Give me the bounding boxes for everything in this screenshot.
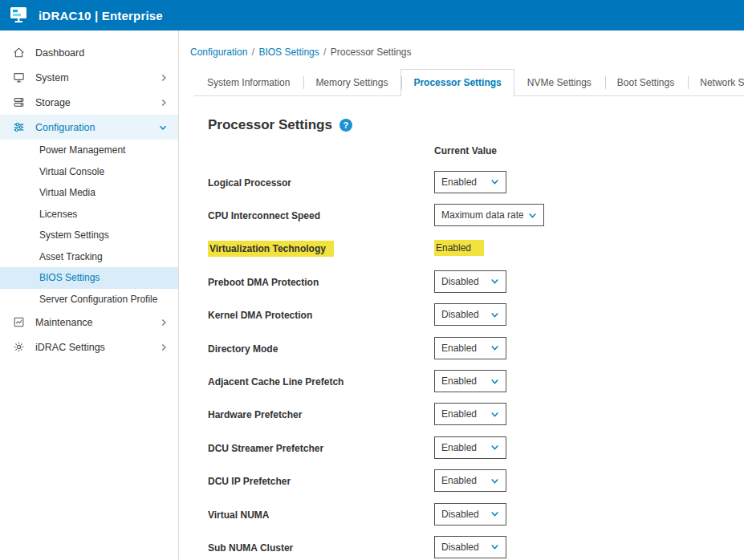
- tab-processor-settings[interactable]: Processor Settings: [400, 69, 514, 96]
- sidebar-subitem-virtual-console[interactable]: Virtual Console: [0, 161, 178, 183]
- chevron-down-icon: [490, 344, 499, 351]
- system-icon: [12, 71, 25, 83]
- sidebar-subitem-label: System Settings: [39, 229, 109, 241]
- setting-label: Sub NUMA Cluster: [208, 542, 293, 554]
- chevron-down-icon: [490, 178, 499, 185]
- configuration-icon: [12, 121, 25, 133]
- breadcrumb: Configuration / BIOS Settings / Processo…: [189, 45, 744, 69]
- selected-value: Enabled: [441, 375, 477, 387]
- idrac-app: iDRAC10 | Enterprise DashboardSystemStor…: [0, 0, 744, 560]
- sidebar-subitem-licenses[interactable]: Licenses: [0, 204, 178, 225]
- adjacent-cache-line-prefetch-select[interactable]: Enabled: [434, 370, 506, 392]
- page-title: Processor Settings: [208, 117, 332, 133]
- sidebar-item-label: Configuration: [35, 122, 95, 133]
- chevron-right-icon: [161, 343, 167, 351]
- setting-value-cell: Enabled: [434, 337, 506, 359]
- chevron-down-icon: [490, 543, 499, 550]
- breadcrumb-separator: /: [319, 47, 331, 58]
- setting-row-directory-mode: Directory ModeEnabled: [208, 331, 744, 364]
- maintenance-icon: [12, 316, 25, 328]
- selected-value: Enabled: [441, 343, 477, 354]
- directory-mode-select[interactable]: Enabled: [434, 337, 506, 359]
- sidebar-subitem-system-settings[interactable]: System Settings: [0, 225, 178, 246]
- table-header-row: Current Value: [208, 136, 744, 165]
- setting-label: Adjacent Cache Line Prefetch: [208, 376, 344, 388]
- virtual-numa-select[interactable]: Disabled: [434, 503, 506, 526]
- sidebar-item-idrac-settings[interactable]: iDRAC Settings: [0, 335, 178, 359]
- setting-value-cell: Enabled: [434, 436, 506, 459]
- tab-bar: System InformationMemory SettingsProcess…: [194, 69, 744, 96]
- sidebar-item-label: Storage: [35, 97, 71, 108]
- breadcrumb-item-bios-settings[interactable]: BIOS Settings: [258, 47, 319, 58]
- setting-label-cell: Kernel DMA Protection: [208, 307, 434, 322]
- chevron-down-icon: [490, 378, 499, 385]
- setting-label-cell: Logical Processor: [208, 175, 434, 189]
- breadcrumb-item-configuration[interactable]: Configuration: [190, 47, 247, 58]
- setting-value-cell: Disabled: [434, 503, 506, 526]
- sub-numa-cluster-select[interactable]: Disabled: [434, 536, 506, 558]
- preboot-dma-protection-select[interactable]: Disabled: [434, 270, 506, 293]
- breadcrumb-item-processor-settings: Processor Settings: [331, 47, 412, 58]
- tab-boot-settings[interactable]: Boot Settings: [604, 69, 687, 95]
- main-content: Configuration / BIOS Settings / Processo…: [179, 30, 744, 560]
- setting-label-cell: Sub NUMA Cluster: [208, 540, 434, 554]
- hardware-prefetcher-select[interactable]: Enabled: [434, 403, 506, 425]
- breadcrumb-separator: /: [247, 47, 258, 58]
- gear-icon: [12, 341, 25, 353]
- tab-memory-settings[interactable]: Memory Settings: [303, 69, 400, 95]
- sidebar-subitem-power-management[interactable]: Power Management: [0, 140, 178, 161]
- setting-row-adjacent-cache-line-prefetch: Adjacent Cache Line PrefetchEnabled: [208, 364, 744, 397]
- setting-value-cell: Enabled: [434, 469, 506, 492]
- setting-label-cell: CPU Interconnect Speed: [208, 208, 434, 222]
- page-layout: DashboardSystemStorageConfigurationPower…: [0, 30, 744, 560]
- dcu-streamer-prefetcher-select[interactable]: Enabled: [434, 436, 506, 459]
- sidebar-item-system[interactable]: System: [0, 65, 178, 90]
- setting-label: DCU Streamer Prefetcher: [208, 443, 323, 454]
- sidebar-subitem-bios-settings[interactable]: BIOS Settings: [0, 267, 178, 289]
- setting-label: DCU IP Prefetcher: [208, 476, 291, 487]
- chevron-down-icon: [490, 311, 499, 319]
- cpu-interconnect-speed-select[interactable]: Maximum data rate: [434, 204, 544, 226]
- help-icon[interactable]: ?: [339, 119, 352, 132]
- setting-label: CPU Interconnect Speed: [208, 210, 320, 221]
- setting-row-cpu-interconnect-speed: CPU Interconnect SpeedMaximum data rate: [208, 198, 744, 231]
- sidebar-item-dashboard[interactable]: Dashboard: [0, 40, 178, 65]
- sidebar-subitem-asset-tracking[interactable]: Asset Tracking: [0, 246, 178, 268]
- setting-label: Virtual NUMA: [208, 509, 269, 521]
- setting-row-kernel-dma-protection: Kernel DMA ProtectionDisabled: [208, 298, 744, 331]
- selected-value: Disabled: [441, 509, 479, 520]
- dcu-ip-prefetcher-select[interactable]: Enabled: [434, 469, 506, 492]
- setting-label: Preboot DMA Protection: [208, 277, 319, 288]
- chevron-down-icon: [490, 411, 499, 418]
- selected-value: Enabled: [441, 475, 477, 486]
- tab-system-information[interactable]: System Information: [194, 69, 303, 95]
- setting-value: Enabled: [434, 240, 484, 256]
- chevron-down-icon: [490, 477, 499, 485]
- setting-value-cell: Disabled: [434, 303, 506, 326]
- setting-label-cell: Virtual NUMA: [208, 507, 434, 521]
- setting-label-cell: Virtualization Technology: [208, 241, 434, 255]
- setting-row-dcu-streamer-prefetcher: DCU Streamer PrefetcherEnabled: [208, 431, 744, 464]
- page-title-row: Processor Settings ?: [208, 117, 744, 133]
- sidebar-subitem-server-configuration-profile[interactable]: Server Configuration Profile: [0, 289, 178, 310]
- setting-label-cell: Adjacent Cache Line Prefetch: [208, 374, 434, 388]
- setting-row-sub-numa-cluster: Sub NUMA ClusterDisabled: [208, 530, 744, 560]
- tab-network-settings[interactable]: Network Settings: [687, 69, 744, 95]
- kernel-dma-protection-select[interactable]: Disabled: [434, 303, 506, 326]
- sidebar-item-label: Maintenance: [35, 317, 93, 328]
- tab-nvme-settings[interactable]: NVMe Settings: [514, 69, 604, 95]
- storage-icon: [12, 96, 25, 108]
- sidebar-item-configuration[interactable]: Configuration: [0, 115, 178, 140]
- sidebar-item-maintenance[interactable]: Maintenance: [0, 310, 178, 335]
- setting-value-cell: Enabled: [434, 240, 484, 256]
- sidebar-item-label: System: [35, 72, 69, 83]
- logical-processor-select[interactable]: Enabled: [434, 171, 506, 193]
- setting-label: Virtualization Technology: [208, 241, 334, 257]
- sidebar-subitem-virtual-media[interactable]: Virtual Media: [0, 182, 178, 204]
- sidebar-subitem-label: Server Configuration Profile: [39, 294, 157, 305]
- sidebar-subitem-label: Virtual Console: [39, 166, 104, 177]
- sidebar-item-storage[interactable]: Storage: [0, 90, 178, 115]
- setting-label: Logical Processor: [208, 177, 291, 189]
- setting-label-cell: DCU IP Prefetcher: [208, 473, 434, 488]
- idrac-logo-icon: [10, 6, 30, 24]
